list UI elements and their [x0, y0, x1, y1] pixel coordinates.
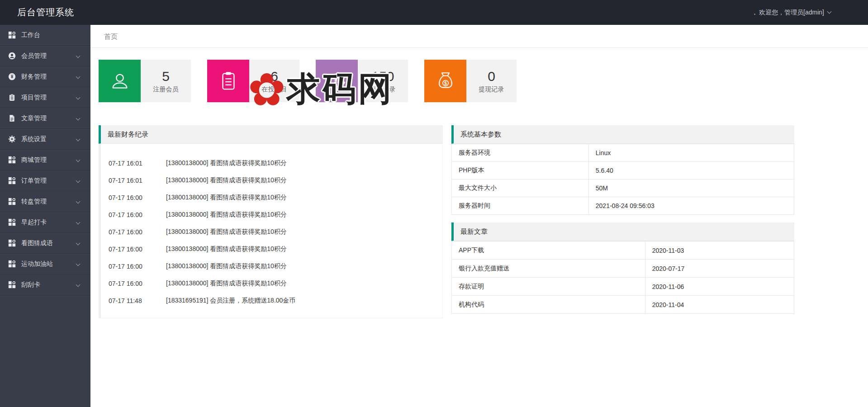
- row-value: 5.6.40: [588, 162, 794, 180]
- sidebar-item-label: 会员管理: [21, 52, 76, 60]
- sidebar-item-会员管理[interactable]: 会员管理: [0, 46, 90, 66]
- record-time: 07-17 16:01: [109, 177, 150, 184]
- svg-text:¥: ¥: [334, 76, 338, 85]
- welcome-text: 欢迎您，管理员[admin]: [759, 9, 824, 17]
- row-value: 2020-11-06: [645, 278, 794, 296]
- sidebar-item-label: 财务管理: [21, 73, 76, 81]
- stat-value: 0: [488, 69, 495, 84]
- finance-record: 07-17 16:00 [13800138000] 看图猜成语获得奖励10积分: [101, 241, 442, 258]
- record-text: [13800138000] 看图猜成语获得奖励10积分: [166, 194, 287, 202]
- grid-app-icon: [8, 281, 16, 289]
- record-text: [18331695191] 会员注册，系统赠送18.00金币: [166, 297, 295, 305]
- row-value: 50M: [588, 180, 794, 197]
- sidebar-item-刮刮卡[interactable]: 刮刮卡: [0, 274, 90, 295]
- sidebar-item-label: 转盘管理: [21, 198, 76, 206]
- table-row: 最大文件大小 50M: [452, 180, 794, 197]
- chevron-down-icon: [76, 75, 81, 79]
- system-params-panel: 系统基本参数 服务器环境 Linux PHP版本 5.6.40 最大文件大小 5…: [451, 125, 794, 215]
- row-value: 2021-08-24 09:56:03: [588, 197, 794, 215]
- record-time: 07-17 16:00: [109, 211, 150, 218]
- table-row: 机构代码 2020-11-04: [452, 296, 794, 314]
- list-icon: [207, 60, 249, 102]
- finance-panel-title: 最新财务纪录: [99, 125, 443, 144]
- sidebar-item-系统设置[interactable]: 系统设置: [0, 129, 90, 150]
- row-value: 2020-11-03: [645, 241, 794, 260]
- finance-record-list: 07-17 16:01 [13800138000] 看图猜成语获得奖励10积分 …: [99, 144, 443, 318]
- table-row: 服务器环境 Linux: [452, 144, 794, 162]
- sidebar-item-label: 早起打卡: [21, 218, 76, 227]
- record-text: [13800138000] 看图猜成语获得奖励10积分: [166, 245, 287, 253]
- sidebar-item-label: 看图猜成语: [21, 239, 76, 247]
- record-text: [13800138000] 看图猜成语获得奖励10积分: [166, 228, 287, 236]
- row-value: Linux: [588, 144, 794, 162]
- articles-table: APP下载 2020-11-03 银行入款充值赠送 2020-07-17 存款证…: [451, 241, 794, 314]
- finance-record: 07-17 16:00 [13800138000] 看图猜成语获得奖励10积分: [101, 189, 442, 206]
- grid-app-icon: [8, 239, 16, 247]
- sidebar-item-运动加油站[interactable]: 运动加油站: [0, 254, 90, 274]
- gear-icon: [8, 135, 16, 143]
- sidebar-item-看图猜成语[interactable]: 看图猜成语: [0, 233, 90, 254]
- grid-app-icon: [8, 218, 16, 226]
- grid-app-icon: [8, 156, 16, 164]
- svg-text:$: $: [444, 80, 447, 86]
- record-time: 07-17 16:01: [109, 160, 150, 167]
- record-text: [13800138000] 看图猜成语获得奖励10积分: [166, 262, 287, 270]
- chevron-down-icon: [827, 9, 832, 14]
- app-title: 后台管理系统: [0, 6, 74, 19]
- row-label: 最大文件大小: [452, 180, 589, 197]
- file-icon: [8, 114, 16, 122]
- chevron-down-icon: [76, 54, 81, 58]
- record-time: 07-17 11:48: [109, 297, 150, 304]
- chevron-down-icon: [76, 95, 81, 100]
- articles-panel-title: 最新文章: [451, 222, 794, 241]
- system-params-table: 服务器环境 Linux PHP版本 5.6.40 最大文件大小 50M 服务器时…: [451, 144, 794, 215]
- stat-value: 5: [162, 69, 170, 84]
- clipboard-icon: [8, 94, 16, 101]
- row-label: 服务器环境: [452, 144, 589, 162]
- stat-card[interactable]: 5 注册会员: [99, 60, 191, 102]
- stat-value: 150: [371, 69, 394, 84]
- finance-panel: 最新财务纪录 07-17 16:01 [13800138000] 看图猜成语获得…: [99, 125, 443, 318]
- table-row: 服务器时间 2021-08-24 09:56:03: [452, 197, 794, 215]
- breadcrumb-home-link[interactable]: 首页: [104, 33, 118, 40]
- row-value: 2020-11-04: [645, 296, 794, 314]
- sidebar-item-商城管理[interactable]: 商城管理: [0, 150, 90, 170]
- sidebar-item-label: 商城管理: [21, 156, 76, 164]
- sidebar-item-label: 订单管理: [21, 177, 76, 185]
- sidebar-item-文章管理[interactable]: 文章管理: [0, 108, 90, 129]
- finance-record: 07-17 16:01 [13800138000] 看图猜成语获得奖励10积分: [101, 155, 442, 172]
- row-label: 服务器时间: [452, 197, 589, 215]
- sidebar-item-订单管理[interactable]: 订单管理: [0, 170, 90, 191]
- sidebar-item-转盘管理[interactable]: 转盘管理: [0, 191, 90, 212]
- moneybag-icon: $: [424, 60, 466, 102]
- sidebar-item-财务管理[interactable]: ¥ 财务管理: [0, 66, 90, 87]
- table-row: 银行入款充值赠送 2020-07-17: [452, 260, 794, 278]
- record-text: [13800138000] 看图猜成语获得奖励10积分: [166, 279, 287, 288]
- sidebar-item-label: 文章管理: [21, 114, 76, 123]
- sidebar-nav: 工作台 会员管理 ¥ 财务管理 项目管理 文章管理 系统设置 商城管理 订单管理: [0, 25, 90, 407]
- row-label: 银行入款充值赠送: [452, 260, 645, 278]
- grid-app-icon: [8, 260, 16, 268]
- sidebar-item-早起打卡[interactable]: 早起打卡: [0, 212, 90, 233]
- stat-card[interactable]: 6 在投项目: [207, 60, 299, 102]
- sidebar-item-label: 刮刮卡: [21, 281, 76, 289]
- stat-card[interactable]: $ 0 提现记录: [424, 60, 517, 102]
- record-text: [13800138000] 看图猜成语获得奖励10积分: [166, 159, 287, 167]
- chevron-down-icon: [76, 220, 81, 225]
- stat-card[interactable]: ¥ 150 充值记录: [316, 60, 408, 102]
- user-menu[interactable]: 欢迎您，管理员[admin]: [754, 9, 831, 17]
- sidebar-item-项目管理[interactable]: 项目管理: [0, 87, 90, 108]
- chevron-down-icon: [76, 116, 81, 121]
- stats-row: 5 注册会员 6 在投项目 ¥ 150 充值记录 $ 0 提现记录: [99, 60, 860, 102]
- record-time: 07-17 16:00: [109, 263, 150, 270]
- chevron-down-icon: [76, 283, 81, 287]
- sidebar-item-工作台[interactable]: 工作台: [0, 25, 90, 46]
- chevron-down-icon: [76, 179, 81, 183]
- row-label: 机构代码: [452, 296, 645, 314]
- yen-circle-icon: ¥: [8, 73, 16, 80]
- table-row: PHP版本 5.6.40: [452, 162, 794, 180]
- dashboard-content: 5 注册会员 6 在投项目 ¥ 150 充值记录 $ 0 提现记录 最新财务纪录: [90, 48, 868, 318]
- stat-label: 注册会员: [153, 85, 179, 94]
- breadcrumb: 首页: [90, 25, 868, 48]
- system-panel-title: 系统基本参数: [451, 125, 794, 144]
